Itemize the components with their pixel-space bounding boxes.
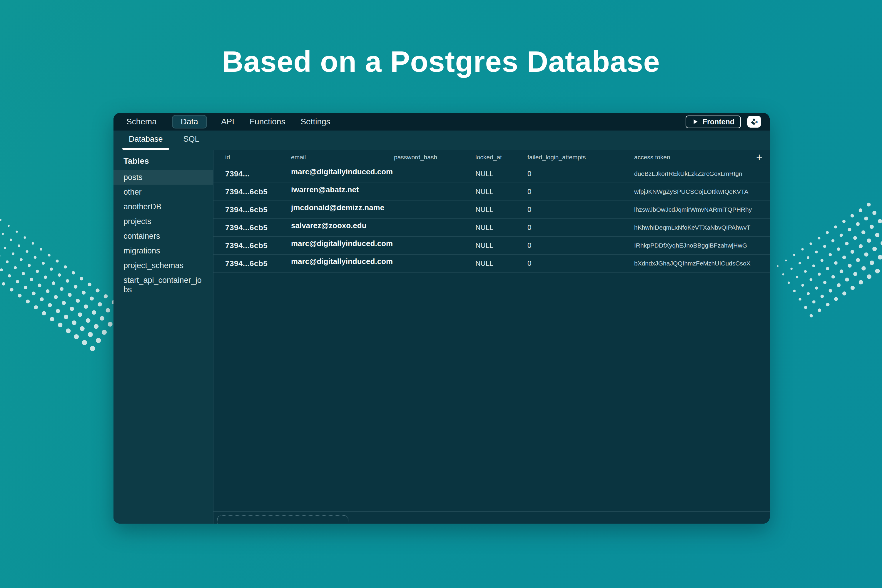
cell-failed-login-attempts: 0 <box>527 224 634 232</box>
cell-access-token: dueBzLJkorIREkUkLzkZzrcGoxLmRtgn <box>634 170 749 177</box>
database-tool-window: Schema Data API Functions Settings Front… <box>114 113 770 524</box>
nav-item-api[interactable]: API <box>221 115 234 129</box>
cell-locked-at: NULL <box>476 206 527 214</box>
cell-id: 7394... <box>225 170 291 178</box>
subnav-tabs: Database SQL <box>114 130 770 150</box>
nav-item-functions[interactable]: Functions <box>250 115 285 129</box>
column-header-access-token[interactable]: access token <box>634 154 749 161</box>
cell-email: marc@digitallyinduced.com <box>291 257 394 266</box>
column-header-failed-login-attempts[interactable]: failed_login_attempts <box>527 154 634 161</box>
cell-id: 7394...6cb5 <box>225 241 291 250</box>
nav-item-settings[interactable]: Settings <box>300 115 330 129</box>
cell-failed-login-attempts: 0 <box>527 170 634 178</box>
cell-failed-login-attempts: 0 <box>527 188 634 196</box>
table-row[interactable]: 7394...6cb5 marc@digitallyinduced.com NU… <box>213 236 770 254</box>
nav-item-data[interactable]: Data <box>172 115 207 129</box>
table-row[interactable]: 7394... marc@digitallyinduced.com NULL 0… <box>213 165 770 183</box>
sidebar-item-containers[interactable]: containers <box>114 229 213 243</box>
cell-failed-login-attempts: 0 <box>527 206 634 214</box>
cell-access-token: wfpjJKNWgZySPUCSCojLOItkwIQeKVTA <box>634 188 749 195</box>
sidebar-item-posts[interactable]: posts <box>114 170 213 184</box>
table-row[interactable]: 7394...6cb5 jmcdonald@demizz.name NULL 0… <box>213 201 770 219</box>
cell-locked-at: NULL <box>476 170 527 178</box>
cell-access-token: lhzswJbOwJcdJqmirWmvNARmiTQPHRhy <box>634 206 749 213</box>
play-icon <box>692 118 699 125</box>
cell-email: marc@digitallyinduced.com <box>291 239 394 248</box>
new-record-placeholder[interactable] <box>217 515 348 524</box>
cell-locked-at: NULL <box>476 188 527 196</box>
di-logo-button[interactable]: di <box>747 116 761 128</box>
empty-table-row <box>213 272 770 287</box>
cell-id: 7394...6cb5 <box>225 205 291 214</box>
nav-item-schema[interactable]: Schema <box>126 115 157 129</box>
sidebar-item-projects[interactable]: projects <box>114 214 213 229</box>
column-header-locked-at[interactable]: locked_at <box>476 154 527 161</box>
page-title: Based on a Postgres Database <box>0 45 882 78</box>
tab-database[interactable]: Database <box>122 135 170 150</box>
table-row[interactable]: 7394...6cb5 marc@digitallyinduced.com NU… <box>213 254 770 272</box>
column-header-password-hash[interactable]: password_hash <box>394 154 476 161</box>
sidebar-item-start-api-container-jobs[interactable]: start_api_container_jobs <box>114 273 213 297</box>
column-header-email[interactable]: email <box>291 154 394 161</box>
cell-locked-at: NULL <box>476 224 527 232</box>
frontend-button[interactable]: Frontend <box>686 116 741 128</box>
sidebar-item-other[interactable]: other <box>114 184 213 200</box>
column-header-id[interactable]: id <box>225 154 291 161</box>
cell-failed-login-attempts: 0 <box>527 242 634 250</box>
cell-email: salvarez@zooxo.edu <box>291 221 394 230</box>
cell-id: 7394...6cb5 <box>225 259 291 268</box>
main-content: Tables posts other anotherDB projects co… <box>114 150 770 524</box>
data-table: id email password_hash locked_at failed_… <box>213 150 770 524</box>
cell-access-token: hKhwhIDeqmLxNfoKeVTXaNbvQIPAhwvT <box>634 224 749 231</box>
sidebar-item-migrations[interactable]: migrations <box>114 243 213 258</box>
cell-id: 7394...6cb5 <box>225 223 291 232</box>
cell-email: jmcdonald@demizz.name <box>291 203 394 212</box>
cell-failed-login-attempts: 0 <box>527 259 634 267</box>
cell-id: 7394...6cb5 <box>225 187 291 196</box>
cell-email: marc@digitallyinduced.com <box>291 167 394 176</box>
di-logo-icon: di <box>750 118 758 126</box>
frontend-button-label: Frontend <box>703 118 734 126</box>
cell-access-token: bXdndxJGhaJQQIhmzFeMzhUICudsCsoX <box>634 260 749 267</box>
sidebar-item-anotherdb[interactable]: anotherDB <box>114 200 213 214</box>
tab-sql[interactable]: SQL <box>177 135 206 150</box>
svg-text:di: di <box>755 120 758 123</box>
sidebar-item-project-schemas[interactable]: project_schemas <box>114 258 213 273</box>
table-row[interactable]: 7394...6cb5 iwarren@abatz.net NULL 0 wfp… <box>213 183 770 201</box>
sidebar-header: Tables <box>114 150 213 170</box>
top-navbar: Schema Data API Functions Settings Front… <box>114 113 770 130</box>
table-row[interactable]: 7394...6cb5 salvarez@zooxo.edu NULL 0 hK… <box>213 219 770 236</box>
tables-sidebar: Tables posts other anotherDB projects co… <box>114 150 213 524</box>
cell-email: iwarren@abatz.net <box>291 185 394 194</box>
table-header-row: id email password_hash locked_at failed_… <box>213 150 770 165</box>
cell-locked-at: NULL <box>476 242 527 250</box>
cell-locked-at: NULL <box>476 259 527 267</box>
table-footer <box>213 511 770 524</box>
cell-access-token: IRhkpPDDfXyqhEJnoBBggiBFzahwjHwG <box>634 242 749 249</box>
add-column-button[interactable]: + <box>756 152 762 163</box>
